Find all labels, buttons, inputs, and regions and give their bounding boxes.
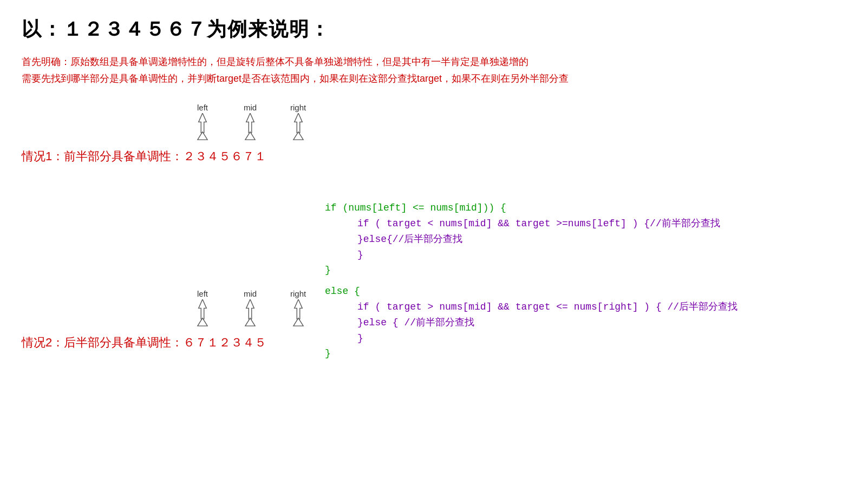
case2-label: 情况2：后半部分具备单调性：６７１２３４５ — [22, 335, 319, 351]
svg-marker-8 — [246, 299, 254, 319]
code-line-10: } — [325, 346, 856, 362]
diagram2-arrows: left mid right — [195, 289, 319, 326]
code-line-7: if ( target > nums[mid] && target <= num… — [325, 299, 856, 315]
code-line-3: }else{//后半部分查找 — [325, 232, 856, 247]
arrow-left-2: left — [195, 289, 210, 326]
arrow-mid-2: mid — [243, 289, 258, 326]
arrow-mid-1: mid — [243, 103, 258, 140]
case1-label: 情况1：前半部分具备单调性：２３４５６７１ — [22, 148, 319, 165]
svg-marker-2 — [246, 113, 254, 133]
code-line-8: }else { //前半部分查找 — [325, 315, 856, 331]
description-line1: 首先明确：原始数组是具备单调递增特性的，但是旋转后整体不具备单独递增特性，但是其… — [22, 54, 846, 70]
code-line-2: if ( target < nums[mid] && target >=nums… — [325, 216, 856, 232]
arrow-left-1: left — [195, 103, 210, 140]
hollow-arrow-left-2 — [195, 299, 210, 326]
svg-marker-0 — [199, 113, 207, 133]
code-line-4: } — [325, 247, 856, 263]
code-line-5: } — [325, 263, 856, 278]
arrow-right-label-2: right — [290, 289, 306, 298]
code-line-1: if (nums[left] <= nums[mid])) { — [325, 200, 856, 216]
arrow-right-label-1: right — [290, 103, 306, 112]
svg-marker-6 — [199, 299, 207, 319]
hollow-arrow-mid-2 — [243, 299, 258, 326]
hollow-arrow-left-1 — [195, 113, 210, 140]
svg-marker-10 — [294, 299, 302, 319]
svg-marker-9 — [245, 318, 255, 326]
arrow-left-label-1: left — [197, 103, 208, 112]
arrow-right-2: right — [290, 289, 306, 326]
svg-marker-3 — [245, 132, 255, 140]
main-title: 以：１２３４５６７为例来说明： — [22, 16, 846, 43]
svg-marker-1 — [198, 132, 207, 140]
arrow-right-1: right — [290, 103, 306, 140]
svg-marker-11 — [293, 318, 303, 326]
hollow-arrow-right-1 — [291, 113, 306, 140]
hollow-arrow-right-2 — [291, 299, 306, 326]
diagram1-arrows: left mid right — [195, 103, 319, 140]
description: 首先明确：原始数组是具备单调递增特性的，但是旋转后整体不具备单独递增特性，但是其… — [22, 54, 846, 87]
code-block-upper: if (nums[left] <= nums[mid])) { if ( tar… — [325, 200, 856, 362]
hollow-arrow-mid-1 — [243, 113, 258, 140]
code-line-6: else { — [325, 284, 856, 299]
arrow-mid-label-2: mid — [244, 289, 257, 298]
code-line-9: } — [325, 331, 856, 346]
arrow-mid-label-1: mid — [244, 103, 257, 112]
description-line2: 需要先找到哪半部分是具备单调性的，并判断target是否在该范围内，如果在则在这… — [22, 70, 846, 87]
svg-marker-7 — [198, 318, 207, 326]
arrow-left-label-2: left — [197, 289, 208, 298]
svg-marker-5 — [293, 132, 303, 140]
svg-marker-4 — [294, 113, 302, 133]
